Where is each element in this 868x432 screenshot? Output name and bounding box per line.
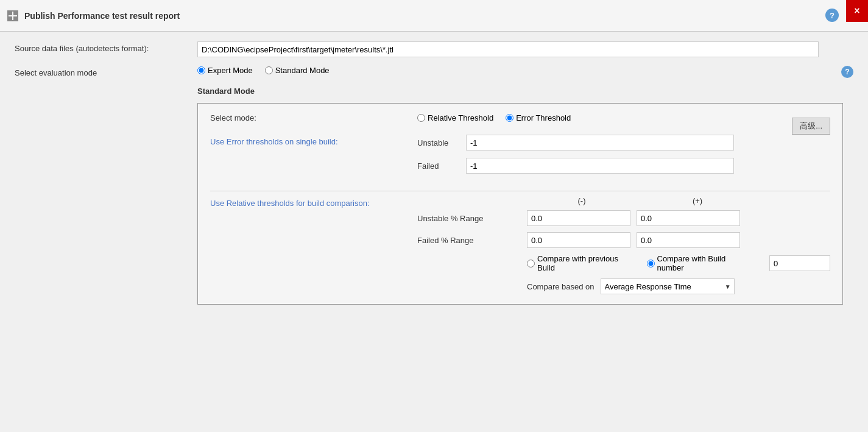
expert-mode-label: Expert Mode bbox=[208, 66, 253, 75]
page-title: Publish Performance test result report bbox=[24, 11, 861, 21]
failed-range-row: Failed % Range bbox=[417, 232, 830, 248]
unstable-pos-input[interactable] bbox=[637, 210, 740, 226]
standard-mode-title: Standard Mode bbox=[197, 87, 853, 96]
compare-previous-label: Compare with previous Build bbox=[537, 254, 637, 272]
svg-rect-3 bbox=[13, 16, 17, 20]
grid-icon bbox=[7, 10, 18, 21]
relative-threshold-option[interactable]: Relative Threshold bbox=[417, 113, 493, 122]
svg-rect-2 bbox=[9, 16, 12, 20]
source-data-input[interactable] bbox=[197, 41, 819, 57]
error-threshold-option[interactable]: Error Threshold bbox=[506, 113, 571, 122]
failed-label: Failed bbox=[417, 161, 466, 171]
expert-mode-radio[interactable] bbox=[197, 66, 205, 74]
unstable-threshold-row: Unstable bbox=[417, 135, 830, 150]
threshold-fields: Unstable Failed bbox=[417, 135, 830, 181]
mode-radios: Relative Threshold Error Threshold bbox=[417, 113, 571, 122]
failed-pos-input[interactable] bbox=[637, 232, 740, 248]
help-icon-top[interactable]: ? bbox=[825, 9, 839, 22]
svg-rect-0 bbox=[9, 12, 12, 15]
evaluation-mode-control: Expert Mode Standard Mode bbox=[197, 66, 835, 75]
standard-mode-label: Standard Mode bbox=[275, 66, 330, 75]
compare-build-number-radio[interactable] bbox=[647, 260, 655, 267]
select-mode-label: Select mode: bbox=[210, 113, 417, 122]
based-on-select-wrapper: Average Response Time Median Response Ti… bbox=[601, 278, 735, 294]
relative-threshold-radio[interactable] bbox=[417, 114, 425, 122]
error-thresholds-section: Use Error thresholds on single build: Un… bbox=[210, 135, 830, 181]
compare-based-on-label: Compare based on bbox=[527, 282, 595, 291]
error-thresholds-label: Use Error thresholds on single build: bbox=[210, 135, 417, 146]
standard-mode-radio[interactable] bbox=[265, 66, 273, 74]
relative-thresholds-section: Use Relative thresholds for build compar… bbox=[210, 196, 830, 294]
standard-mode-option[interactable]: Standard Mode bbox=[265, 66, 330, 75]
based-on-row: Compare based on Average Response Time M… bbox=[417, 278, 830, 294]
relative-threshold-label: Relative Threshold bbox=[428, 113, 493, 122]
failed-threshold-row: Failed bbox=[417, 158, 830, 174]
based-on-select-wrap: Compare based on Average Response Time M… bbox=[527, 278, 735, 294]
unstable-neg-input[interactable] bbox=[527, 210, 630, 226]
failed-neg-input[interactable] bbox=[527, 232, 630, 248]
error-threshold-label: Error Threshold bbox=[516, 113, 571, 122]
error-threshold-radio[interactable] bbox=[506, 114, 513, 122]
compare-radios: Compare with previous Build Compare with… bbox=[527, 254, 830, 272]
divider bbox=[210, 191, 830, 191]
standard-mode-box: Select mode: Relative Threshold Error Th… bbox=[197, 103, 843, 305]
evaluation-mode-label: Select evaluation mode bbox=[15, 66, 197, 77]
build-number-input[interactable] bbox=[769, 255, 830, 271]
source-data-label: Source data files (autodetects format): bbox=[15, 41, 197, 53]
relative-thresholds-label: Use Relative thresholds for build compar… bbox=[210, 196, 417, 208]
source-data-control bbox=[197, 41, 853, 57]
advanced-button[interactable]: 高级... bbox=[792, 118, 830, 135]
source-data-row: Source data files (autodetects format): bbox=[15, 41, 853, 57]
evaluation-mode-row: Select evaluation mode Expert Mode Stand… bbox=[15, 66, 853, 78]
compare-previous-option[interactable]: Compare with previous Build bbox=[527, 254, 637, 272]
close-button[interactable]: × bbox=[846, 0, 868, 22]
unstable-input[interactable] bbox=[466, 135, 734, 150]
compare-row: Compare with previous Build Compare with… bbox=[417, 254, 830, 272]
range-header: (-) (+) bbox=[417, 196, 830, 205]
failed-range-label: Failed % Range bbox=[417, 236, 527, 245]
help-icon-eval[interactable]: ? bbox=[841, 66, 853, 78]
compare-build-number-label: Compare with Build number bbox=[657, 254, 754, 272]
failed-input[interactable] bbox=[466, 158, 734, 174]
expert-mode-option[interactable]: Expert Mode bbox=[197, 66, 253, 75]
relative-fields: (-) (+) Unstable % Range Failed % Range bbox=[417, 196, 830, 294]
unstable-range-row: Unstable % Range bbox=[417, 210, 830, 226]
unstable-label: Unstable bbox=[417, 138, 466, 147]
svg-rect-1 bbox=[13, 12, 17, 15]
unstable-range-label: Unstable % Range bbox=[417, 214, 527, 223]
compare-build-number-option[interactable]: Compare with Build number bbox=[647, 254, 754, 272]
evaluation-mode-radios: Expert Mode Standard Mode bbox=[197, 66, 835, 75]
header-bar: Publish Performance test result report ?… bbox=[0, 0, 868, 32]
neg-header: (-) bbox=[527, 196, 637, 205]
compare-previous-radio[interactable] bbox=[527, 260, 535, 267]
select-mode-row: Select mode: Relative Threshold Error Th… bbox=[210, 113, 830, 122]
pos-header: (+) bbox=[643, 196, 752, 205]
main-content: Source data files (autodetects format): … bbox=[0, 32, 868, 314]
based-on-select[interactable]: Average Response Time Median Response Ti… bbox=[601, 278, 735, 294]
page-container: Publish Performance test result report ?… bbox=[0, 0, 868, 432]
